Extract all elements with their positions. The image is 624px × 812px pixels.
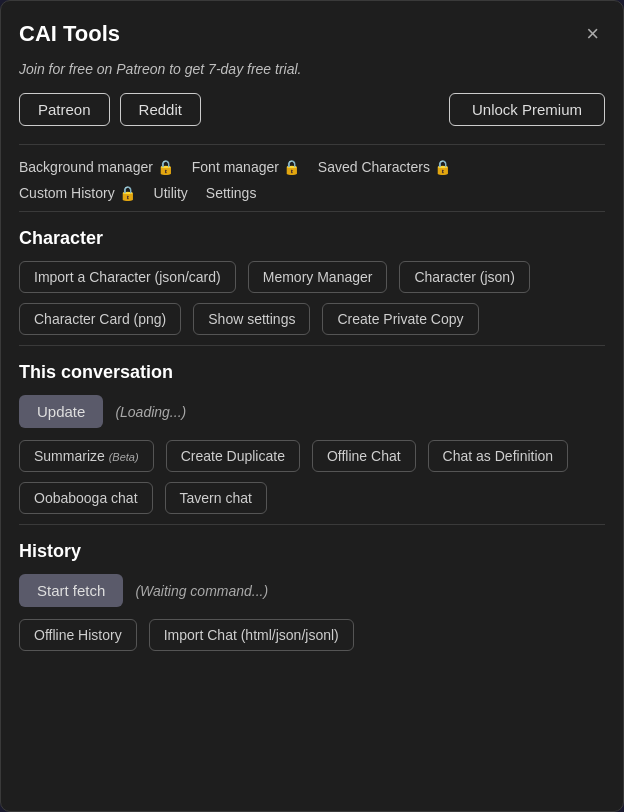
import-character-button[interactable]: Import a Character (json/card) [19,261,236,293]
feature-font-manager[interactable]: Font manager 🔒 [192,159,300,175]
premium-features-row-2: Custom History 🔒 Utility Settings [19,185,605,201]
oobabooga-chat-button[interactable]: Oobabooga chat [19,482,153,514]
lock-icon-history: 🔒 [119,185,136,201]
update-button[interactable]: Update [19,395,103,428]
history-buttons: Offline History Import Chat (html/json/j… [19,619,605,651]
create-duplicate-button[interactable]: Create Duplicate [166,440,300,472]
history-section-title: History [19,541,605,562]
subtitle-text: Join for free on Patreon to get 7-day fr… [19,61,605,77]
feature-settings[interactable]: Settings [206,185,257,201]
feature-background-manager[interactable]: Background manager 🔒 [19,159,174,175]
premium-features-row-1: Background manager 🔒 Font manager 🔒 Save… [19,159,605,175]
fetch-row: Start fetch (Waiting command...) [19,574,605,607]
lock-icon-font: 🔒 [283,159,300,175]
feature-custom-history[interactable]: Custom History 🔒 [19,185,136,201]
show-settings-button[interactable]: Show settings [193,303,310,335]
reddit-button[interactable]: Reddit [120,93,201,126]
offline-history-button[interactable]: Offline History [19,619,137,651]
character-buttons: Import a Character (json/card) Memory Ma… [19,261,605,335]
update-row: Update (Loading...) [19,395,605,428]
offline-chat-button[interactable]: Offline Chat [312,440,416,472]
character-section: Character Import a Character (json/card)… [19,228,605,335]
summarize-button[interactable]: Summarize (Beta) [19,440,154,472]
character-json-button[interactable]: Character (json) [399,261,529,293]
lock-icon-background: 🔒 [157,159,174,175]
history-section: History Start fetch (Waiting command...)… [19,541,605,651]
unlock-premium-button[interactable]: Unlock Premium [449,93,605,126]
action-buttons-row: Patreon Reddit Unlock Premium [19,93,605,126]
lock-icon-saved: 🔒 [434,159,451,175]
modal-header: CAI Tools × [19,21,605,47]
feature-utility[interactable]: Utility [154,185,188,201]
character-section-title: Character [19,228,605,249]
conversation-section-title: This conversation [19,362,605,383]
memory-manager-button[interactable]: Memory Manager [248,261,388,293]
divider-2 [19,211,605,212]
conversation-section: This conversation Update (Loading...) Su… [19,362,605,514]
update-status: (Loading...) [115,404,186,420]
import-chat-button[interactable]: Import Chat (html/json/jsonl) [149,619,354,651]
modal-title: CAI Tools [19,21,120,47]
patreon-button[interactable]: Patreon [19,93,110,126]
divider-4 [19,524,605,525]
tavern-chat-button[interactable]: Tavern chat [165,482,267,514]
character-card-button[interactable]: Character Card (png) [19,303,181,335]
conversation-buttons: Summarize (Beta) Create Duplicate Offlin… [19,440,605,514]
divider-3 [19,345,605,346]
divider-1 [19,144,605,145]
start-fetch-button[interactable]: Start fetch [19,574,123,607]
create-private-copy-button[interactable]: Create Private Copy [322,303,478,335]
chat-as-definition-button[interactable]: Chat as Definition [428,440,569,472]
cai-tools-modal: CAI Tools × Join for free on Patreon to … [0,0,624,812]
feature-saved-characters[interactable]: Saved Characters 🔒 [318,159,451,175]
fetch-status: (Waiting command...) [135,583,268,599]
close-button[interactable]: × [580,21,605,47]
beta-label: (Beta) [109,451,139,463]
